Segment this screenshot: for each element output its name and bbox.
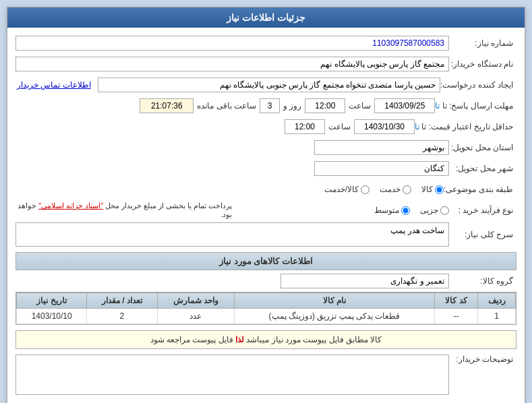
goods-table-container: ردیف کد کالا نام کالا واحد شمارش تعداد /…: [16, 292, 516, 325]
buyer-device-label: نام دستگاه خریدار:: [449, 59, 516, 69]
price-deadline-fields: 1403/10/30 ساعت 12:00: [16, 119, 415, 134]
need-description-value: ساخت هدر پمپ: [16, 222, 449, 247]
creator-row: ایجاد کننده درخواست: حسین پارسا متصدی تن…: [16, 76, 516, 94]
creator-value: حسین پارسا متصدی تنخواه مجتمع گاز پارس ج…: [98, 78, 440, 92]
reply-deadline-fields: 1403/09/25 ساعت 12:00 روز و 3 ساعت باقی …: [16, 98, 435, 113]
process-label: نوع فرآیند خرید :: [449, 206, 516, 215]
goods-group-label: گروه کالا:: [449, 276, 516, 286]
table-row: 1 -- قطعات یدکی پمپ تزریق (دوزینگ پمپ) ع…: [17, 309, 516, 324]
province-row: استان محل تحویل: بوشهر: [16, 139, 516, 156]
price-time-label: ساعت: [328, 122, 351, 131]
col-need-date: تاریخ نیاز: [17, 293, 87, 309]
buyer-note-label: توضیحات خریدار:: [449, 354, 516, 364]
cell-product-code: --: [434, 309, 478, 324]
content-area: شماره نیاز: 1103097587000583 نام دستگاه …: [7, 28, 525, 403]
buyer-device-value: مجتمع گاز پارس جنوبی پالایشگاه نهم: [16, 57, 449, 71]
province-label: استان محل تحویل:: [449, 143, 516, 152]
col-unit: واحد شمارش: [157, 293, 235, 309]
note-box: کالا مطابق فایل پیوست مورد نیاز میباشد ل…: [16, 330, 516, 349]
buttons-row: بازگشت چاپ: [16, 400, 516, 403]
buyer-device-row: نام دستگاه خریدار: مجتمع گاز پارس جنوبی …: [16, 55, 516, 73]
goods-group-value: تعمیر و نگهداری: [280, 274, 449, 288]
note-text-after: فایل پیوست مراجعه شود: [150, 335, 233, 344]
payment-note: پرداخت تمام یا بخشی از مبلغ خریدار محل "…: [16, 202, 233, 219]
price-deadline-label: حداقل تاریخ اعتبار قیمت: تا تا: [415, 122, 516, 131]
buyer-note-row: توضیحات خریدار:: [16, 354, 516, 395]
cell-row-num: 1: [478, 309, 516, 324]
price-date: 1403/10/30: [354, 119, 415, 134]
need-number-row: شماره نیاز: 1103097587000583: [16, 34, 516, 52]
process-row: نوع فرآیند خرید : جزیی متوسط پرداخت تمام…: [16, 202, 516, 219]
col-product-code: کد کالا: [434, 293, 478, 309]
category-option-kala[interactable]: کالا: [421, 185, 444, 194]
category-row: طبقه بندی موضوعی: کالا خدمت کالا/خدمت: [16, 181, 516, 198]
city-row: شهر محل تحویل: کنگان: [16, 160, 516, 177]
cell-unit: عدد: [157, 309, 235, 324]
col-row-num: ردیف: [478, 293, 516, 309]
reply-time-label: ساعت: [349, 101, 371, 111]
reply-time: 12:00: [305, 98, 345, 113]
contact-link[interactable]: اطلاعات تماس خریدار: [16, 79, 92, 91]
goods-table: ردیف کد کالا نام کالا واحد شمارش تعداد /…: [16, 292, 516, 324]
price-time: 12:00: [285, 119, 325, 134]
reply-remaining-label: ساعت باقی مانده: [197, 101, 256, 111]
need-description-label: سرح کلی نیاز:: [449, 230, 516, 239]
category-radio-group: کالا خدمت کالا/خدمت: [16, 185, 444, 194]
note-text-before: کالا مطابق فایل پیوست مورد نیاز میباشد: [244, 335, 382, 344]
category-option-khedmat[interactable]: خدمت: [380, 185, 411, 194]
cell-quantity: 2: [87, 309, 157, 324]
province-value: بوشهر: [314, 140, 449, 155]
process-radio-group: جزیی متوسط: [233, 206, 450, 215]
reply-date: 1403/09/25: [374, 98, 435, 113]
price-deadline-row: حداقل تاریخ اعتبار قیمت: تا تا 1403/10/3…: [16, 118, 516, 135]
creator-label: ایجاد کننده درخواست:: [440, 80, 516, 90]
reply-deadline-label: مهلت ارسال پاسخ: تا تا: [435, 101, 516, 111]
city-label: شهر محل تحویل:: [449, 164, 516, 173]
need-number-label: شماره نیاز:: [449, 38, 516, 48]
reply-days-label: روز و: [283, 101, 301, 111]
category-label: طبقه بندی موضوعی:: [444, 185, 516, 194]
cell-need-date: 1403/10/10: [17, 309, 87, 324]
need-description-row: سرح کلی نیاز: ساخت هدر پمپ: [16, 222, 516, 247]
col-quantity: تعداد / مقدار: [87, 293, 157, 309]
main-container: جزئیات اطلاعات نیاز شماره نیاز: 11030975…: [7, 7, 525, 403]
shariah-link[interactable]: "اسناد خزانه اسلامی": [38, 202, 103, 210]
note-highlight: لذا: [235, 335, 244, 344]
category-option-kala-khedmat[interactable]: کالا/خدمت: [324, 185, 370, 194]
need-number-value: 1103097587000583: [16, 36, 449, 51]
reply-days: 3: [260, 98, 280, 113]
cell-product-name: قطعات یدکی پمپ تزریق (دوزینگ پمپ): [235, 309, 434, 324]
process-option-jozi[interactable]: جزیی: [420, 206, 449, 215]
goods-info-title: اطلاعات کالاهای مورد نیاز: [16, 252, 516, 270]
buyer-note-content: [16, 354, 449, 395]
goods-group-row: گروه کالا: تعمیر و نگهداری: [16, 274, 516, 288]
reply-deadline-row: مهلت ارسال پاسخ: تا تا 1403/09/25 ساعت 1…: [16, 97, 516, 115]
process-option-matavasset[interactable]: متوسط: [374, 206, 410, 215]
col-product-name: نام کالا: [235, 293, 434, 309]
page-title: جزئیات اطلاعات نیاز: [7, 7, 525, 28]
reply-remaining: 21:07:36: [140, 98, 194, 113]
city-value: کنگان: [314, 161, 449, 176]
